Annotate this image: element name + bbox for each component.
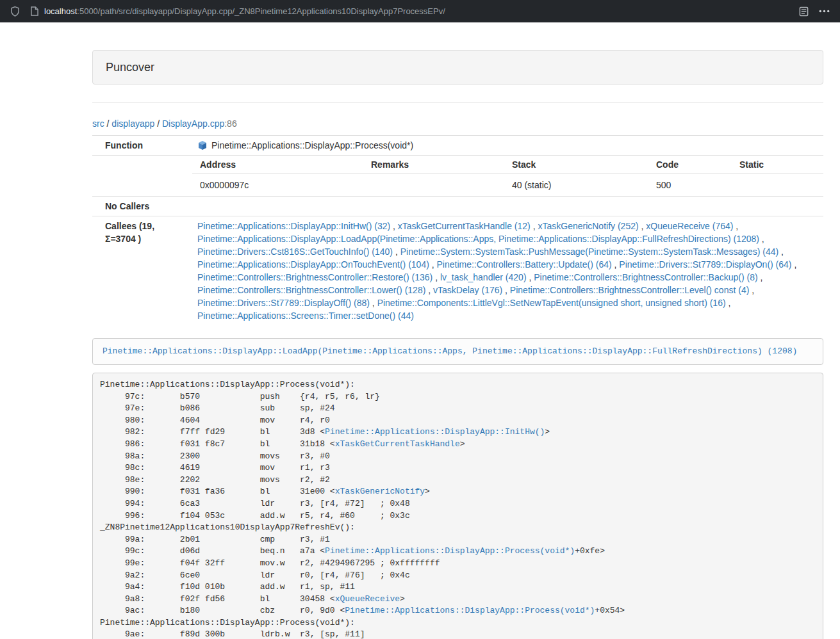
col-code: Code bbox=[648, 156, 732, 174]
highlighted-callee-box: Pinetime::Applications::DisplayApp::Load… bbox=[92, 338, 823, 365]
col-stack: Stack bbox=[504, 156, 648, 174]
function-symbol-name: Pinetime::Applications::DisplayApp::Proc… bbox=[211, 140, 413, 150]
code-symbol-link[interactable]: Pinetime::Applications::DisplayApp::Proc… bbox=[325, 546, 575, 556]
url-text: localhost:5000/path/src/displayapp/Displ… bbox=[44, 6, 445, 16]
callees-label: Callees (19, Σ=3704 ) bbox=[92, 216, 192, 326]
callee-separator: , bbox=[370, 298, 377, 308]
callee-link[interactable]: Pinetime::Controllers::Battery::Update()… bbox=[437, 259, 612, 270]
callees-list: Pinetime::Applications::DisplayApp::Init… bbox=[192, 216, 823, 326]
breadcrumb-link[interactable]: DisplayApp.cpp bbox=[162, 118, 224, 129]
page-icon bbox=[30, 6, 38, 16]
callee-separator: , bbox=[758, 272, 763, 282]
metrics-header-row: Address Remarks Stack Code Static bbox=[192, 156, 823, 174]
callee-link[interactable]: Pinetime::Drivers::Cst816S::GetTouchInfo… bbox=[197, 247, 393, 257]
function-row: Function Pinetime::Applications::Display… bbox=[92, 136, 823, 156]
callee-separator: , bbox=[733, 221, 738, 231]
callee-separator: , bbox=[502, 285, 510, 295]
col-static: Static bbox=[732, 156, 823, 174]
breadcrumb-link[interactable]: src bbox=[92, 118, 104, 129]
callee-link[interactable]: xTaskGetCurrentTaskHandle (12) bbox=[398, 221, 531, 231]
code-symbol-link[interactable]: xTaskGenericNotify bbox=[335, 487, 425, 496]
callee-separator: , bbox=[527, 272, 534, 282]
callee-link[interactable]: Pinetime::Applications::Screens::Timer::… bbox=[197, 311, 414, 321]
code-symbol-link[interactable]: xQueueReceive bbox=[335, 594, 400, 604]
code-value: 500 bbox=[648, 174, 732, 197]
metrics-row-label bbox=[92, 156, 192, 197]
breadcrumb-line-number: :86 bbox=[224, 118, 236, 129]
callee-link[interactable]: Pinetime::Applications::DisplayApp::Init… bbox=[197, 221, 390, 231]
metrics-value-row: 0x0000097c 40 (static) 500 bbox=[192, 174, 823, 197]
callee-separator: , bbox=[778, 247, 784, 257]
callee-link[interactable]: Pinetime::Controllers::BrightnessControl… bbox=[534, 272, 757, 282]
static-value bbox=[732, 174, 823, 197]
callee-separator: , bbox=[612, 259, 620, 270]
function-table: Function Pinetime::Applications::Display… bbox=[92, 135, 823, 325]
callee-link[interactable]: Pinetime::Applications::DisplayApp::OnTo… bbox=[197, 259, 429, 270]
callee-separator: , bbox=[432, 272, 440, 282]
callee-link[interactable]: xQueueReceive (764) bbox=[646, 221, 733, 231]
page-title: Puncover bbox=[106, 60, 810, 74]
shield-icon[interactable] bbox=[10, 6, 20, 17]
stack-value: 40 (static) bbox=[504, 174, 648, 197]
overflow-menu-icon[interactable] bbox=[819, 10, 830, 13]
no-callers-cell bbox=[192, 197, 823, 216]
callee-link[interactable]: Pinetime::Applications::DisplayApp::Load… bbox=[197, 234, 759, 244]
function-row-label: Function bbox=[92, 136, 192, 156]
col-address: Address bbox=[192, 156, 363, 174]
metrics-table: Address Remarks Stack Code Static 0x0000… bbox=[192, 156, 823, 196]
code-symbol-link[interactable]: xTaskGetCurrentTaskHandle bbox=[335, 439, 460, 449]
callee-link[interactable]: Pinetime::Drivers::St7789::DisplayOff() … bbox=[197, 298, 370, 308]
url-path: :5000/path/src/displayapp/DisplayApp.cpp… bbox=[77, 6, 445, 16]
function-symbol-cell: Pinetime::Applications::DisplayApp::Proc… bbox=[192, 136, 823, 156]
remarks-value bbox=[363, 174, 504, 197]
function-symbol-icon bbox=[197, 140, 208, 150]
callee-separator: , bbox=[639, 221, 646, 231]
callee-link[interactable]: Pinetime::Components::LittleVgl::SetNewT… bbox=[377, 298, 726, 308]
callee-separator: , bbox=[390, 221, 398, 231]
url-host: localhost bbox=[44, 6, 77, 16]
callee-separator: , bbox=[726, 298, 731, 308]
callee-separator: , bbox=[792, 259, 797, 270]
callee-separator: , bbox=[429, 259, 437, 270]
divider bbox=[92, 102, 823, 103]
callee-link[interactable]: Pinetime::Controllers::BrightnessControl… bbox=[197, 285, 425, 295]
callee-separator: , bbox=[393, 247, 400, 257]
callees-row: Callees (19, Σ=3704 ) Pinetime::Applicat… bbox=[92, 216, 823, 326]
code-symbol-link[interactable]: Pinetime::Applications::DisplayApp::Proc… bbox=[345, 606, 595, 615]
callee-link[interactable]: Pinetime::Controllers::BrightnessControl… bbox=[510, 285, 749, 295]
callee-separator: , bbox=[759, 234, 764, 244]
breadcrumb: src / displayapp / DisplayApp.cpp:86 bbox=[92, 117, 823, 130]
metrics-cell: Address Remarks Stack Code Static 0x0000… bbox=[192, 156, 823, 197]
callee-link[interactable]: vTaskDelay (176) bbox=[433, 285, 502, 295]
callee-link[interactable]: Pinetime::System::SystemTask::PushMessag… bbox=[400, 247, 779, 257]
col-remarks: Remarks bbox=[363, 156, 504, 174]
no-callers-row: No Callers bbox=[92, 197, 823, 216]
page-content: Puncover src / displayapp / DisplayApp.c… bbox=[92, 50, 823, 639]
callee-separator: , bbox=[531, 221, 538, 231]
url-bar[interactable]: localhost:5000/path/src/displayapp/Displ… bbox=[30, 6, 789, 16]
callee-link[interactable]: lv_task_handler (420) bbox=[440, 272, 527, 282]
breadcrumb-link[interactable]: displayapp bbox=[111, 118, 154, 129]
callee-separator: , bbox=[425, 285, 433, 295]
app-header-panel: Puncover bbox=[92, 50, 823, 85]
metrics-row: Address Remarks Stack Code Static 0x0000… bbox=[92, 156, 823, 197]
address-value: 0x0000097c bbox=[192, 174, 363, 197]
code-symbol-link[interactable]: Pinetime::Applications::DisplayApp::Init… bbox=[325, 427, 545, 437]
callee-link[interactable]: xTaskGenericNotify (252) bbox=[538, 221, 638, 231]
highlighted-callee-link[interactable]: Pinetime::Applications::DisplayApp::Load… bbox=[103, 346, 797, 356]
callee-link[interactable]: Pinetime::Controllers::BrightnessControl… bbox=[197, 272, 432, 282]
callee-link[interactable]: Pinetime::Drivers::St7789::DisplayOn() (… bbox=[619, 259, 791, 270]
reader-mode-icon[interactable] bbox=[799, 6, 809, 17]
browser-chrome: localhost:5000/path/src/displayapp/Displ… bbox=[0, 0, 840, 22]
disassembly-code-block: Pinetime::Applications::DisplayApp::Proc… bbox=[92, 373, 823, 639]
callee-separator: , bbox=[749, 285, 754, 295]
no-callers-label: No Callers bbox=[92, 197, 192, 216]
